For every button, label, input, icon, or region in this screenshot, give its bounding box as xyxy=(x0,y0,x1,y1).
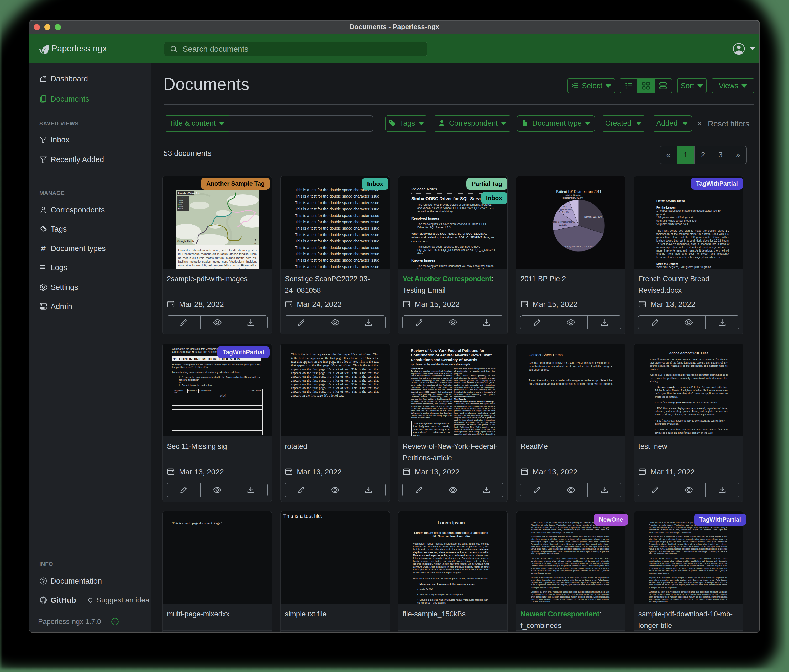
svg-text:Stage 1 Hypertension,: Stage 1 Hypertension, xyxy=(552,221,574,223)
svg-text:Legend: Legend xyxy=(178,197,183,199)
svg-text:Normal, 151, 30%: Normal, 151, 30% xyxy=(584,216,602,218)
svg-text:Day 2: Day 2 xyxy=(179,201,183,203)
svg-text:Day 5: Day 5 xyxy=(179,208,183,209)
svg-text:Boundary Waters Trip: Boundary Waters Trip xyxy=(178,192,200,194)
svg-text:Day 4: Day 4 xyxy=(179,205,183,207)
svg-text:Day 3: Day 3 xyxy=(179,204,183,205)
svg-text:Isolated Systolic: Isolated Systolic xyxy=(565,194,581,196)
svg-text:44, 9%: 44, 9% xyxy=(562,211,569,213)
svg-text:N: N xyxy=(254,242,256,244)
svg-text:Hypertension, 31, 6%: Hypertension, 31, 6% xyxy=(562,196,583,199)
svg-text:Pre-hypertension , 212, 42%: Pre-hypertension , 212, 42% xyxy=(564,245,593,248)
svg-text:Stage 2: Stage 2 xyxy=(561,205,569,208)
svg-text:65, 13%: 65, 13% xyxy=(559,223,567,226)
svg-text:Hypertension,: Hypertension, xyxy=(559,208,572,211)
svg-text:Day 1: Day 1 xyxy=(179,199,183,201)
svg-text:Patient BP Distribution 2011: Patient BP Distribution 2011 xyxy=(556,189,602,194)
svg-text:Google Earth: Google Earth xyxy=(177,240,194,243)
